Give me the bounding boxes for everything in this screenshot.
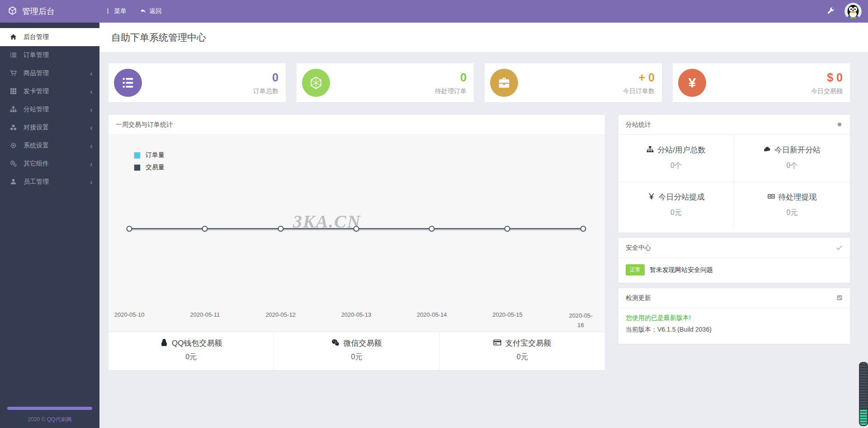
wechat-icon	[331, 338, 340, 348]
chart-title: 一周交易与订单统计	[116, 121, 173, 129]
user-icon	[9, 178, 18, 186]
sidebar-item-cogs[interactable]: 其它组件‹	[0, 155, 99, 173]
topbar-right	[827, 3, 868, 20]
back-link[interactable]: 返回	[140, 7, 162, 15]
update-panel-header: 检测更新	[618, 288, 850, 308]
chevron-left-icon: ‹	[90, 70, 93, 77]
stat-card-text: $ 0今日交易额	[811, 71, 843, 95]
substation-cell-value: 0元	[734, 208, 850, 218]
substation-panel: 分站统计 分站/用户总数0个今日新开分站0个今日分站提成0元待处理提现0元	[618, 115, 850, 233]
chevron-left-icon: ‹	[90, 106, 93, 114]
payment-stat-qq: QQ钱包交易额0元	[108, 332, 274, 370]
stat-card-hexagon: 0待处理订单	[297, 63, 474, 102]
substation-title: 分站统计	[626, 121, 651, 129]
chevron-left-icon: ‹	[90, 124, 93, 132]
update-status: 您使用的已是最新版本!	[626, 314, 843, 322]
sidebar: 后台管理订单管理商品管理‹发卡管理‹分站管理‹对接设置‹系统设置‹其它组件‹员工…	[0, 23, 99, 428]
stat-card-text: 0待处理订单	[435, 71, 467, 95]
security-panel: 安全中心 正常 暂未发现网站安全问题	[618, 238, 850, 283]
update-body: 您使用的已是最新版本! 当前版本：V6.1.5 (Build 2036)	[618, 308, 850, 344]
data-point[interactable]	[429, 226, 435, 232]
x-axis-label: 2020-05-16	[566, 311, 595, 330]
substation-label-text: 今日分站提成	[659, 192, 705, 202]
payment-stat-value: 0元	[440, 352, 605, 362]
substation-cell-label: 分站/用户总数	[618, 145, 734, 155]
sidebar-item-sitemap[interactable]: 分站管理‹	[0, 100, 99, 119]
security-title: 安全中心	[626, 244, 651, 252]
sidebar-item-grid[interactable]: 发卡管理‹	[0, 82, 99, 100]
substation-cell: 待处理提现0元	[734, 182, 850, 229]
stat-card-text: + 0今日订单数	[623, 71, 655, 95]
right-column: 分站统计 分站/用户总数0个今日新开分站0个今日分站提成0元待处理提现0元 安全…	[618, 115, 850, 344]
x-axis-label: 2020-05-14	[417, 311, 447, 318]
payment-stats-row: QQ钱包交易额0元微信交易额0元支付宝交易额0元	[108, 332, 605, 370]
title-bar: 自助下单系统管理中心	[99, 23, 868, 52]
substation-cell-value: 0个	[618, 161, 734, 171]
brand[interactable]: 管理后台	[0, 6, 99, 17]
sidebar-item-cart[interactable]: 商品管理‹	[0, 64, 99, 82]
data-point[interactable]	[127, 226, 132, 232]
x-axis-label: 2020-05-11	[190, 311, 220, 318]
substation-cell: 分站/用户总数0个	[618, 135, 734, 182]
legend-item[interactable]: 交易量	[134, 163, 165, 171]
update-panel: 检测更新 您使用的已是最新版本! 当前版本：V6.1.5 (Build 2036…	[618, 288, 850, 344]
wrench-icon[interactable]	[827, 7, 835, 15]
stat-card-label: 今日交易额	[811, 87, 843, 95]
chart-panel: 一周交易与订单统计 订单量交易量 3KA.CN 2020-05-102020-0…	[108, 115, 605, 370]
qq-avatar[interactable]	[844, 3, 862, 20]
sidebar-item-user[interactable]: 员工管理‹	[0, 173, 99, 191]
checked-box-icon[interactable]	[836, 295, 843, 302]
brand-title: 管理后台	[22, 6, 55, 17]
payment-stat-value: 0元	[108, 352, 274, 362]
sidebar-item-cubes[interactable]: 对接设置‹	[0, 119, 99, 137]
x-axis-label: 2020-05-12	[265, 311, 296, 318]
dot-icon[interactable]	[836, 121, 843, 128]
sidebar-item-label: 对接设置	[24, 124, 49, 132]
sitemap-icon	[9, 106, 18, 114]
scroll-widget[interactable]	[859, 362, 868, 426]
copyright-link[interactable]: QQ代刷网	[47, 416, 72, 423]
stat-card-list-ol: 0订单总数	[108, 63, 286, 102]
update-title: 检测更新	[626, 294, 651, 302]
cart-icon	[9, 70, 18, 77]
sidebar-item-label: 分站管理	[24, 105, 49, 114]
security-message: 暂未发现网站安全问题	[650, 266, 713, 274]
data-point[interactable]	[202, 226, 208, 232]
cube-icon	[8, 6, 17, 16]
sidebar-item-list[interactable]: 订单管理	[0, 46, 99, 64]
payment-label-text: QQ钱包交易额	[172, 338, 222, 348]
sidebar-item-label: 后台管理	[24, 33, 49, 41]
chart-area: 订单量交易量 3KA.CN 2020-05-102020-05-112020-0…	[108, 135, 605, 332]
menu-label: 菜单	[114, 7, 127, 15]
qq-penguin-image	[844, 3, 862, 20]
payment-stat-label: 支付宝交易额	[440, 338, 605, 348]
data-point[interactable]	[353, 226, 359, 232]
sidebar-item-label: 发卡管理	[24, 87, 49, 95]
data-point[interactable]	[580, 226, 586, 232]
menu-toggle[interactable]: 菜单	[105, 7, 127, 15]
credit-card-icon	[493, 338, 501, 348]
sidebar-item-label: 员工管理	[24, 178, 49, 186]
sidebar-item-home[interactable]: 后台管理	[0, 28, 99, 46]
payment-stat-label: 微信交易额	[274, 338, 439, 348]
x-axis-label: 2020-05-10	[114, 311, 145, 318]
qq-icon	[160, 338, 168, 348]
payment-stat-wechat: 微信交易额0元	[274, 332, 439, 370]
chart-panel-header: 一周交易与订单统计	[108, 115, 605, 135]
check-icon[interactable]	[836, 244, 843, 252]
topbar: 管理后台 菜单 返回	[0, 0, 868, 23]
substation-cell-value: 0元	[618, 208, 734, 218]
stat-card-label: 待处理订单	[435, 87, 467, 95]
stat-card-value: $ 0	[811, 71, 843, 84]
chevron-left-icon: ‹	[90, 178, 93, 186]
sidebar-footer: 2020 © QQ代刷网	[0, 407, 99, 423]
sitemap-icon	[646, 146, 654, 154]
cloud-icon	[764, 146, 771, 154]
list-ol-icon	[114, 69, 142, 97]
data-point[interactable]	[278, 226, 283, 232]
legend-item[interactable]: 订单量	[134, 151, 165, 159]
data-point[interactable]	[505, 226, 510, 232]
substation-cell-label: 今日分站提成	[618, 192, 734, 202]
sidebar-item-gear[interactable]: 系统设置‹	[0, 137, 99, 155]
sidebar-item-label: 系统设置	[24, 142, 49, 150]
